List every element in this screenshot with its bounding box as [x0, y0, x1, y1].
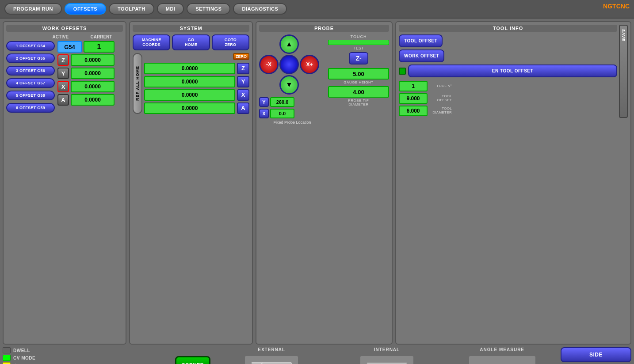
tool-offset-field: 9.000 [399, 93, 428, 104]
probe-z-minus-btn[interactable]: Z- [349, 52, 368, 64]
tool-diameter-field: 6.000 [399, 106, 428, 116]
en-tool-offset-btn[interactable]: EN TOOL OFFSET [408, 64, 617, 77]
x-value-display: 0.0000 [71, 81, 115, 92]
side-btn[interactable]: SIDE [561, 347, 631, 362]
internal-diagram [358, 354, 416, 364]
ref-all-home-btn[interactable]: REF ALL HOME [133, 53, 142, 114]
probe-y-value: 260.0 [270, 97, 294, 107]
bottom-section: DWELL CV MODE ⚠ EMERGENCY [0, 347, 634, 364]
probe-y-label: Y [259, 97, 269, 107]
jog-center-btn[interactable] [279, 55, 299, 74]
offset-g56-btn[interactable]: 3 OFFSET G56 [6, 66, 55, 76]
corner-stop-controls: CORNERSELECT STOP [173, 347, 212, 364]
tool-diameter-label: TOOLDIAMETER [430, 107, 452, 115]
offset-g54-btn[interactable]: 1 OFFSET G54 [6, 41, 55, 51]
warning-led [3, 362, 11, 364]
offset-g59-btn[interactable]: 6 OFFSET G59 [6, 103, 55, 113]
tool-info-title: TOOL INFO [399, 25, 617, 32]
fixed-probe-label: Fixed Probe Location [259, 120, 325, 125]
main-content: WORK OFFSETS ACTIVE CARRENT 1 OFFSET G54… [0, 19, 634, 347]
machine-coords-btn[interactable]: MACHINECOORDS [133, 34, 170, 50]
sys-y-row: 0.0000 Y [144, 76, 249, 87]
probe-ops-top-row: CORNERSELECT STOP EXTERNAL [173, 347, 558, 364]
gauge-height-field: 5.00 [328, 68, 389, 80]
probe-operations: CORNERSELECT STOP EXTERNAL [173, 347, 558, 364]
nav-mdi[interactable]: MDI [157, 3, 184, 15]
status-list: DWELL CV MODE ⚠ EMERGENCY [3, 347, 44, 364]
save-btn[interactable]: SAVE [619, 25, 628, 118]
sys-x-row: 0.0000 X [144, 89, 249, 101]
goto-zero-btn[interactable]: GOTOZERO [212, 34, 249, 50]
sys-y-btn[interactable]: Y [237, 76, 249, 87]
nav-settings[interactable]: SETTINGS [187, 3, 230, 15]
sys-x-btn[interactable]: X [237, 89, 249, 101]
tool-offset-btn[interactable]: TOOL OFFSET [399, 34, 443, 47]
offset-g57-btn[interactable]: 4 OFFSET G57 [6, 78, 55, 88]
corner-select-btn[interactable]: CORNERSELECT [175, 356, 211, 364]
gauge-height-label: GAUGE HEIGHT [328, 80, 389, 84]
work-offset-btn[interactable]: WORK OFFSET [399, 49, 444, 62]
a-axis-label: A [57, 94, 69, 106]
work-offsets-panel: WORK OFFSETS ACTIVE CARRENT 1 OFFSET G54… [3, 21, 126, 345]
internal-op: INTERNAL [331, 347, 443, 364]
tool-info-buttons: TOOL INFO TOOL OFFSET WORK OFFSET EN TOO… [399, 25, 617, 118]
external-diagram [243, 354, 300, 364]
sys-a-btn[interactable]: A [237, 102, 249, 114]
jog-grid: ▲ -X X+ ▼ [259, 34, 325, 95]
sys-x-input: 0.0000 [144, 89, 235, 101]
active-label: ACTIVE [53, 34, 69, 39]
jog-right-btn[interactable]: X+ [300, 55, 319, 74]
z-axis-label: Z [57, 54, 69, 66]
go-home-btn[interactable]: GOHOME [172, 34, 210, 50]
top-navigation: PROGRAM RUN OFFSETS TOOLPATH MDI SETTING… [0, 0, 634, 19]
angle-measure-op: ANGLE MEASURE P1 P2 Aa [446, 347, 558, 364]
dwell-label: DWELL [13, 348, 30, 353]
system-panel: SYSTEM MACHINECOORDS GOHOME GOTOZERO REF… [129, 21, 253, 345]
current-offset-display: 1 [84, 41, 115, 53]
zero-label: ZERO [233, 53, 249, 60]
jog-up-btn[interactable]: ▲ [279, 34, 299, 54]
en-tool-offset-row: EN TOOL OFFSET [399, 64, 617, 77]
probe-inner: ▲ -X X+ ▼ Y 260.0 X 0.0 [259, 34, 389, 125]
status-indicators: DWELL CV MODE ⚠ EMERGENCY [3, 347, 171, 364]
dwell-status: DWELL [3, 347, 44, 353]
tool-offset-label: TOOLOFFSET [430, 95, 452, 102]
x-axis-row: X 0.0000 [57, 81, 115, 92]
jog-down-btn[interactable]: ▼ [279, 75, 299, 95]
nav-toolpath[interactable]: TOOLPATH [109, 3, 154, 15]
probe-x-value: 0.0 [270, 109, 294, 118]
brand-name: NGT [603, 3, 616, 10]
jog-left-btn[interactable]: -X [259, 55, 279, 74]
z-axis-row: Z 0.0000 [57, 54, 115, 66]
offset-g55-btn[interactable]: 2 OFFSET G55 [6, 53, 55, 63]
wo-column-labels: ACTIVE CARRENT [6, 34, 123, 39]
tool-no-field: 1 [399, 81, 428, 91]
sys-z-btn[interactable]: Z [237, 63, 249, 74]
offset-g58-btn[interactable]: 5 OFFSET G58 [6, 91, 55, 100]
system-inputs: ZERO 0.0000 Z 0.0000 Y 0.0000 X 0.0000 A [144, 53, 249, 114]
warning-status: ⚠ [3, 362, 44, 364]
bottom-left: DWELL CV MODE ⚠ EMERGENCY [3, 347, 171, 364]
probe-title: PROBE [259, 25, 389, 32]
y-value-display: 0.0000 [71, 68, 115, 79]
en-tool-offset-indicator [399, 68, 406, 75]
svg-rect-52 [469, 356, 535, 364]
probe-joystick: ▲ -X X+ ▼ Y 260.0 X 0.0 [259, 34, 325, 125]
touch-label: TOUCH [328, 34, 389, 39]
system-title: SYSTEM [133, 25, 249, 32]
cv-mode-status: CV MODE [3, 355, 44, 361]
nav-program-run[interactable]: PROGRAM RUN [4, 3, 62, 15]
test-label: TEST [328, 46, 389, 50]
nav-diagnostics[interactable]: DIAGNOSTICS [233, 3, 287, 15]
a-axis-row: A 0.0000 [57, 94, 115, 106]
probe-x-coord: X 0.0 [259, 109, 325, 118]
sys-a-row: 0.0000 A [144, 102, 249, 114]
nav-offsets[interactable]: OFFSETS [65, 3, 106, 15]
external-op: EXTERNAL [216, 347, 328, 364]
probe-x-label: X [259, 109, 269, 118]
angle-measure-label: ANGLE MEASURE [480, 347, 524, 352]
brand-logo: NGTCNC [603, 3, 630, 15]
bottom-right-controls: SIDE 0.00° PLANEROTATE [561, 347, 631, 364]
sys-z-row: 0.0000 Z [144, 63, 249, 74]
probe-tip-field: 4.00 [328, 86, 389, 98]
